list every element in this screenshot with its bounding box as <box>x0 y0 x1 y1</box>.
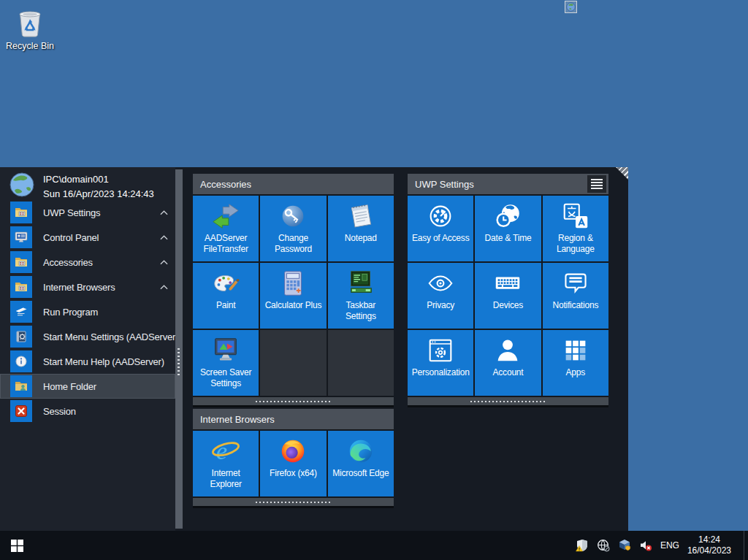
menu-item-home-folder[interactable]: Home Folder <box>0 374 175 399</box>
drag-dots <box>256 401 332 402</box>
ease-of-access-icon <box>425 201 456 231</box>
desktop: Recycle Bin IPC\domain001 <box>0 0 748 560</box>
tile-grid: AADServer FileTransfer Change Password N… <box>193 194 394 396</box>
menu-item-label: Start Menu Settings (AADServer) <box>43 331 178 342</box>
show-desktop-button[interactable] <box>744 531 744 560</box>
menu-item-start-menu-help[interactable]: Start Menu Help (AADServer) <box>0 349 175 374</box>
panel-drag-handle[interactable] <box>193 397 394 405</box>
menu-item-accessories[interactable]: Accessories <box>0 250 175 275</box>
menu-item-internet-browsers[interactable]: Internet Browsers <box>0 275 175 299</box>
hamburger-icon[interactable] <box>587 175 606 193</box>
firefox-icon <box>278 436 308 467</box>
menu-item-label: UWP Settings <box>43 207 100 218</box>
run-icon <box>10 301 32 323</box>
taskbar-monitor-icon <box>346 268 376 299</box>
paint-palette-icon <box>210 268 241 299</box>
menu-item-uwp-settings[interactable]: UWP Settings <box>0 200 175 225</box>
tile-taskbar-settings[interactable]: Taskbar Settings <box>328 263 394 329</box>
key-sphere-icon <box>278 201 308 231</box>
empty-tile <box>328 330 394 396</box>
chevron-up-icon[interactable] <box>160 210 168 215</box>
privacy-eye-icon <box>425 268 456 299</box>
panel-drag-handle[interactable] <box>408 397 608 405</box>
svg-text:e: e <box>216 437 227 464</box>
system-tray: ENG 14:24 16/04/2023 <box>576 531 744 560</box>
virtualbox-icon[interactable] <box>618 539 631 552</box>
security-shield-warning-icon[interactable] <box>576 539 589 552</box>
menu-items: UWP Settings Control Panel Accessories <box>0 200 175 423</box>
chevron-up-icon[interactable] <box>160 260 168 265</box>
date-time-globe-icon <box>492 201 523 231</box>
session-icon <box>10 400 32 422</box>
menu-item-label: Home Folder <box>43 381 96 392</box>
start-menu-column: IPC\domain001 Sun 16/Apr/2023 14:24:43 U… <box>0 167 175 531</box>
panel-title: UWP Settings <box>415 179 474 190</box>
tile-internet-explorer[interactable]: e Internet Explorer <box>193 431 259 496</box>
clock-date: 16/04/2023 <box>687 545 731 556</box>
recycle-bin-icon <box>13 6 47 39</box>
notifications-bubble-icon <box>560 268 591 299</box>
tile-grid: e Internet Explorer Firefox (x64) Micros… <box>193 429 394 496</box>
desktop-icon-label: Recycle Bin <box>6 41 54 51</box>
panel-uwp-settings: UWP Settings Easy of Access Date & Time <box>408 174 608 407</box>
tile-easy-of-access[interactable]: Easy of Access <box>408 196 473 261</box>
tile-grid: Easy of Access Date & Time Region & Lang… <box>408 194 608 396</box>
tile-personalization[interactable]: Personalization <box>408 330 473 396</box>
tile-devices[interactable]: Devices <box>475 263 541 329</box>
menu-item-start-menu-settings[interactable]: Start Menu Settings (AADServer) <box>0 324 175 349</box>
scrollbar-grip-dots <box>178 348 180 376</box>
tile-screen-saver-settings[interactable]: Screen Saver Settings <box>193 330 259 396</box>
tile-notifications[interactable]: Notifications <box>543 263 608 329</box>
menu-item-run-program[interactable]: Run Program <box>0 299 175 324</box>
tile-change-password[interactable]: Change Password <box>260 196 326 261</box>
windows-logo-icon <box>11 540 23 552</box>
folder-icon <box>10 251 32 273</box>
tile-firefox[interactable]: Firefox (x64) <box>260 431 326 496</box>
start-menu: IPC\domain001 Sun 16/Apr/2023 14:24:43 U… <box>0 167 628 531</box>
start-button[interactable] <box>0 531 34 560</box>
resize-grip-icon[interactable] <box>616 167 628 180</box>
menu-item-label: Run Program <box>43 307 98 318</box>
tile-notepad[interactable]: Notepad <box>328 196 394 261</box>
panel-header: Internet Browsers <box>193 409 394 429</box>
panel-accessories: Accessories AADServer FileTransfer Chang… <box>193 174 394 407</box>
tile-paint[interactable]: Paint <box>193 263 259 329</box>
empty-tile <box>260 330 326 396</box>
recycle-bin-shortcut[interactable]: Recycle Bin <box>3 6 57 51</box>
panel-header: Accessories <box>193 174 394 194</box>
menu-scrollbar[interactable] <box>175 169 183 529</box>
volume-muted-icon[interactable] <box>639 539 652 552</box>
globe-avatar <box>9 172 35 199</box>
menu-item-label: Start Menu Help (AADServer) <box>43 356 164 367</box>
drag-dots <box>256 502 332 503</box>
panel-drag-handle[interactable] <box>193 498 394 506</box>
tile-date-time[interactable]: Date & Time <box>475 196 541 261</box>
notepad-icon <box>346 201 376 231</box>
menu-item-session[interactable]: Session <box>0 399 175 423</box>
tile-aadserver-filetransfer[interactable]: AADServer FileTransfer <box>193 196 259 261</box>
tile-microsoft-edge[interactable]: Microsoft Edge <box>328 431 394 496</box>
chevron-up-icon[interactable] <box>160 235 168 240</box>
menu-item-control-panel[interactable]: Control Panel <box>0 225 175 250</box>
drag-dots <box>470 401 546 402</box>
language-indicator[interactable]: ENG <box>660 540 679 551</box>
panel-title: Internet Browsers <box>200 414 275 425</box>
chevron-up-icon[interactable] <box>160 285 168 290</box>
globe-shortcut-icon[interactable] <box>565 1 577 13</box>
panel-internet-browsers: Internet Browsers e Internet Explorer Fi… <box>193 409 394 508</box>
folder-icon <box>10 276 32 298</box>
tile-region-language[interactable]: Region & Language <box>543 196 608 261</box>
tile-calculator-plus[interactable]: Calculator Plus <box>260 263 326 329</box>
transfer-arrows-icon <box>210 201 241 231</box>
tile-apps[interactable]: Apps <box>543 330 608 396</box>
network-offline-icon[interactable] <box>597 539 610 552</box>
taskbar-clock[interactable]: 14:24 16/04/2023 <box>687 534 736 556</box>
user-datetime: Sun 16/Apr/2023 14:24:43 <box>43 188 154 199</box>
home-folder-icon <box>10 375 32 397</box>
taskbar: ENG 14:24 16/04/2023 <box>0 531 748 560</box>
tile-account[interactable]: Account <box>475 330 541 396</box>
menu-item-label: Control Panel <box>43 232 99 243</box>
user-header[interactable]: IPC\domain001 Sun 16/Apr/2023 14:24:43 <box>9 172 154 199</box>
tile-privacy[interactable]: Privacy <box>408 263 473 329</box>
control-panel-icon <box>10 226 32 248</box>
